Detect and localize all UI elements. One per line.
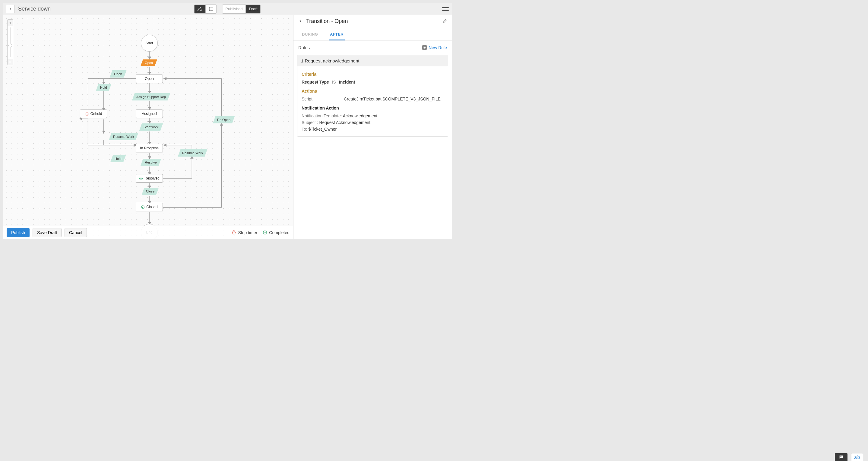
actions-label: Actions	[302, 89, 444, 94]
new-rule-button[interactable]: + New Rule	[422, 45, 447, 50]
draft-tab[interactable]: Draft	[246, 5, 260, 13]
node-in-progress[interactable]: In Progress	[136, 144, 163, 152]
new-rule-label: New Rule	[429, 45, 447, 50]
svg-point-5	[209, 10, 210, 10]
script-label: Script	[302, 96, 344, 101]
node-label: Open	[145, 76, 154, 81]
transition-label: Re Open	[214, 118, 234, 122]
legend-label: Completed	[269, 230, 289, 235]
edit-icon	[442, 18, 447, 23]
publish-toggle: Published Draft	[222, 4, 260, 13]
node-label: In Progress	[140, 146, 158, 150]
zoom-slider[interactable]	[7, 26, 13, 59]
transition-label: Close	[143, 189, 157, 193]
node-assigned[interactable]: Assigned	[136, 110, 163, 118]
check-circle-icon	[263, 230, 267, 235]
notif-template-row: Notification Template: Acknowledgement	[302, 114, 444, 118]
tab-during[interactable]: DURING	[301, 29, 319, 40]
check-circle-icon	[139, 177, 143, 180]
view-toggle	[194, 4, 217, 13]
panel-title: Transition - Open	[306, 18, 348, 25]
transition-open-initial[interactable]: Open	[141, 59, 157, 66]
transition-resolve[interactable]: Resolve	[141, 159, 161, 166]
publish-button[interactable]: Publish	[7, 228, 30, 237]
check-circle-icon	[141, 205, 145, 209]
diagram-icon	[197, 7, 202, 11]
plus-icon: +	[422, 45, 427, 50]
svg-rect-2	[200, 10, 202, 10]
zoom-out-button[interactable]: −	[7, 59, 13, 65]
svg-point-3	[209, 7, 210, 8]
notif-template-label: Notification Template:	[302, 114, 342, 118]
node-label: Resolved	[145, 176, 159, 180]
save-draft-button[interactable]: Save Draft	[33, 228, 62, 237]
stop-timer-icon	[85, 112, 89, 116]
subject-label: Subject :	[302, 120, 318, 125]
zoom-thumb[interactable]	[8, 44, 12, 48]
page-title: Service down	[18, 6, 51, 12]
tab-after[interactable]: AFTER	[329, 29, 345, 40]
rule-card: 1.Request acknowledgement Criteria Reque…	[297, 55, 448, 137]
node-closed[interactable]: Closed	[136, 203, 163, 211]
menu-button[interactable]	[442, 6, 449, 12]
legend-stop-timer: Stop timer	[231, 230, 257, 235]
to-label: To:	[302, 127, 307, 131]
rules-label: Rules	[298, 45, 310, 50]
node-onhold[interactable]: Onhold	[80, 110, 107, 118]
notif-to-row: To: $Ticket_Owner	[302, 127, 444, 131]
subject-value: Request Acknowledgement	[319, 120, 370, 125]
script-row: Script CreateJiraTicket.bat $COMPLETE_V3…	[302, 96, 444, 101]
transition-open-loop[interactable]: Open	[110, 70, 127, 78]
criteria-operator: IS	[332, 80, 336, 85]
transition-label: Resolve	[142, 160, 160, 164]
node-resolved[interactable]: Resolved	[136, 174, 163, 183]
criteria-field: Request Type	[302, 80, 329, 85]
node-label: Closed	[146, 205, 157, 209]
transition-label: Hold	[97, 86, 110, 89]
notif-subject-row: Subject : Request Acknowledgement	[302, 120, 444, 125]
transition-hold-top[interactable]: Hold	[96, 84, 111, 91]
back-button[interactable]	[6, 5, 14, 13]
transition-hold-bottom[interactable]: Hold	[111, 155, 126, 162]
list-view-button[interactable]	[205, 5, 216, 13]
transition-start-work[interactable]: Start work	[140, 123, 163, 131]
transition-label: Resume Work	[179, 151, 206, 155]
legend-label: Stop timer	[238, 230, 257, 235]
cancel-button[interactable]: Cancel	[65, 228, 87, 237]
script-value: CreateJiraTicket.bat $COMPLETE_V3_JSON_F…	[344, 96, 444, 101]
zoom-in-button[interactable]: +	[7, 20, 13, 26]
node-label: Start	[145, 41, 153, 45]
criteria-value: Incident	[339, 80, 355, 85]
node-label: Assigned	[142, 112, 157, 116]
stop-timer-icon	[231, 230, 236, 235]
svg-rect-1	[198, 10, 199, 10]
transition-label: Open	[142, 61, 156, 65]
notification-action-label: Notification Action	[302, 105, 444, 111]
transition-close[interactable]: Close	[142, 188, 159, 195]
panel-edit-button[interactable]	[442, 18, 447, 25]
transition-label: Hold	[112, 157, 125, 160]
zoom-control: + −	[7, 19, 13, 65]
transition-label: Start work	[141, 125, 162, 129]
diagram-view-button[interactable]	[194, 5, 205, 13]
transition-label: Resume Work	[110, 135, 137, 139]
svg-rect-0	[199, 7, 200, 8]
transition-label: Open	[111, 72, 125, 76]
criteria-row: Request Type IS Incident	[302, 80, 444, 85]
transition-resume-right[interactable]: Resume Work	[178, 149, 208, 157]
node-start[interactable]: Start	[141, 35, 158, 52]
criteria-label: Criteria	[302, 72, 444, 76]
legend-completed: Completed	[263, 230, 289, 235]
published-tab[interactable]: Published	[222, 5, 246, 13]
panel-back-button[interactable]	[298, 19, 303, 24]
node-open[interactable]: Open	[136, 74, 163, 83]
node-label: Onhold	[91, 112, 102, 116]
transition-reopen[interactable]: Re Open	[213, 116, 235, 123]
to-value: $Ticket_Owner	[309, 127, 337, 131]
transition-label: Assign Support Rep	[133, 95, 169, 99]
transition-assign[interactable]: Assign Support Rep	[132, 93, 170, 100]
svg-point-4	[209, 9, 210, 9]
list-icon	[208, 7, 213, 11]
rule-title[interactable]: 1.Request acknowledgement	[298, 55, 448, 66]
transition-resume-top[interactable]: Resume Work	[109, 133, 138, 140]
